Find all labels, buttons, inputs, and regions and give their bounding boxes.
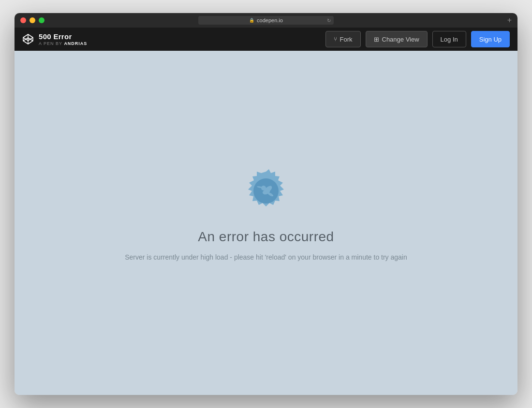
signup-button[interactable]: Sign Up xyxy=(471,31,510,47)
author-name: Andrias xyxy=(64,41,87,46)
error-icon-wrapper xyxy=(239,164,293,218)
lock-icon: 🔒 xyxy=(249,18,254,23)
navbar: 500 Error A PEN BY Andrias ⑂ Fork ⊞ Chan… xyxy=(15,28,517,51)
login-label: Log In xyxy=(441,36,458,43)
fork-button[interactable]: ⑂ Fork xyxy=(325,31,361,47)
fork-icon: ⑂ xyxy=(334,36,337,43)
titlebar: 🔒 codepen.io ↻ + xyxy=(15,13,517,28)
pen-title: 500 Error xyxy=(39,32,87,41)
main-content: An error has occurred Server is currentl… xyxy=(15,51,517,395)
fork-label: Fork xyxy=(340,36,353,43)
brand: 500 Error A PEN BY Andrias xyxy=(22,32,87,46)
error-subtitle: Server is currently under high load - pl… xyxy=(125,252,407,262)
url-text: codepen.io xyxy=(257,17,283,23)
browser-window: 🔒 codepen.io ↻ + 500 Error A PEN BY Andr… xyxy=(15,13,517,395)
view-icon: ⊞ xyxy=(374,36,379,43)
change-view-label: Change View xyxy=(382,36,419,43)
signup-label: Sign Up xyxy=(479,36,502,43)
change-view-button[interactable]: ⊞ Change View xyxy=(366,31,428,47)
maximize-button[interactable] xyxy=(39,17,44,23)
title-block: 500 Error A PEN BY Andrias xyxy=(39,32,87,46)
gear-hummingbird-icon xyxy=(239,164,293,218)
url-bar[interactable]: 🔒 codepen.io ↻ xyxy=(198,16,334,25)
new-tab-button[interactable]: + xyxy=(507,16,512,24)
login-button[interactable]: Log In xyxy=(432,31,466,47)
error-container: An error has occurred Server is currentl… xyxy=(125,164,407,262)
error-title: An error has occurred xyxy=(198,229,334,245)
pen-author-label: A PEN BY Andrias xyxy=(39,41,87,46)
refresh-icon[interactable]: ↻ xyxy=(327,18,331,23)
codepen-logo-icon xyxy=(22,33,34,45)
close-button[interactable] xyxy=(20,17,26,23)
minimize-button[interactable] xyxy=(30,17,35,23)
traffic-lights xyxy=(20,17,44,23)
subtitle-prefix: A PEN BY xyxy=(39,41,62,46)
